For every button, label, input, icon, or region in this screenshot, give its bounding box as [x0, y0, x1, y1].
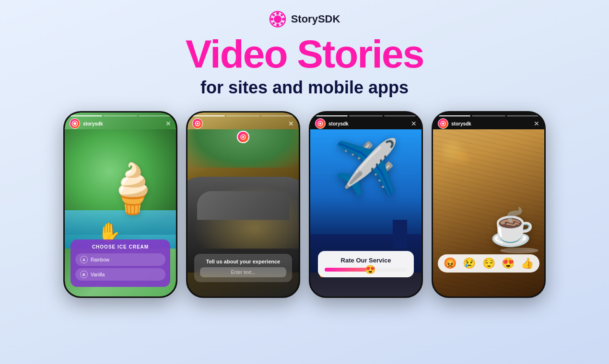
terminal-tower — [393, 220, 407, 249]
emoji-angry[interactable]: 😡 — [444, 258, 457, 269]
text-input-widget: Tell us about your experience Enter text… — [194, 254, 292, 282]
story-name-3: storysdk — [328, 121, 408, 126]
hero-title: Video Stories — [186, 34, 424, 74]
story-avatar-4 — [438, 118, 448, 129]
rate-slider[interactable]: 😍 — [325, 268, 407, 272]
story-bar-3: storysdk ✕ — [315, 118, 417, 129]
svg-point-11 — [73, 122, 76, 125]
quiz-option-a[interactable]: A Rainbow — [75, 253, 165, 266]
ice-cream-visual: 🍦 — [103, 160, 163, 217]
phone-3: ✈️ storysdk ✕ — [309, 111, 423, 298]
story-bar-4: storysdk ✕ — [438, 118, 539, 129]
coffee-cup: ☕ — [490, 206, 535, 249]
airplane-visual: ✈️ — [310, 136, 422, 198]
svg-point-7 — [281, 14, 283, 16]
text-widget-title: Tell us about your experience — [200, 259, 286, 264]
svg-point-8 — [272, 22, 275, 24]
svg-point-1 — [274, 15, 281, 23]
svg-point-6 — [272, 14, 275, 16]
emoji-sad[interactable]: 😢 — [463, 258, 476, 269]
hero-subtitle: for sites and mobile apps — [200, 78, 409, 98]
story-progress-2 — [191, 115, 295, 116]
emoji-neutral[interactable]: 😌 — [482, 258, 495, 269]
svg-point-17 — [319, 123, 321, 125]
slider-emoji: 😍 — [365, 265, 375, 274]
logo-text: StorySDK — [291, 13, 340, 25]
story-bar-2: ✕ — [192, 118, 294, 129]
bokeh-2 — [457, 151, 469, 163]
svg-point-15 — [242, 136, 244, 138]
story-avatar-1 — [70, 118, 80, 129]
slider-track[interactable]: 😍 — [325, 268, 407, 272]
story-avatar-3 — [315, 118, 326, 129]
close-button-1[interactable]: ✕ — [165, 120, 171, 127]
svg-point-19 — [442, 123, 444, 125]
phone-2: ✕ Tell us about your experience Enter te… — [186, 111, 300, 298]
rate-title: Rate Our Service — [325, 257, 407, 264]
logo-icon — [269, 11, 286, 28]
car-hood — [197, 191, 289, 220]
story-name-1: storysdk — [83, 121, 163, 126]
quiz-option-a-letter: A — [80, 256, 88, 263]
svg-point-2 — [276, 12, 279, 15]
phone-4: ☕ storysdk ✕ 😡 � — [432, 111, 546, 298]
slider-fill — [325, 268, 370, 272]
emoji-thumbsup[interactable]: 👍 — [521, 258, 534, 269]
quiz-option-b[interactable]: B Vanilla — [75, 268, 165, 281]
svg-point-4 — [270, 18, 273, 21]
svg-point-5 — [282, 18, 285, 21]
story-progress-4 — [437, 115, 540, 116]
emoji-reaction-bar: 😡 😢 😌 😍 👍 — [438, 254, 539, 273]
quiz-widget: CHOOSE ICE CREAM A Rainbow B Vanilla — [70, 239, 170, 287]
center-logo-2 — [237, 131, 249, 143]
story-name-4: storysdk — [451, 121, 531, 126]
svg-point-9 — [281, 22, 283, 24]
story-avatar-2 — [192, 118, 203, 129]
story-bar-1: storysdk ✕ — [70, 118, 171, 129]
svg-point-13 — [197, 123, 199, 125]
header: StorySDK — [269, 11, 340, 28]
quiz-option-b-letter: B — [80, 271, 88, 278]
rating-widget: Rate Our Service 😍 — [318, 251, 414, 277]
phones-row: 🍦 ✋ storysdk ✕ CHOOSE ICE CREAM — [63, 111, 546, 298]
quiz-option-b-text: Vanilla — [91, 272, 105, 277]
story-progress-1 — [69, 115, 172, 116]
emoji-love[interactable]: 😍 — [502, 258, 515, 269]
close-button-3[interactable]: ✕ — [411, 120, 417, 127]
text-input-field[interactable]: Enter text... — [200, 267, 286, 277]
close-button-4[interactable]: ✕ — [534, 120, 539, 127]
close-button-2[interactable]: ✕ — [288, 120, 294, 127]
phone-1: 🍦 ✋ storysdk ✕ CHOOSE ICE CREAM — [63, 111, 177, 298]
story-progress-3 — [314, 115, 418, 116]
svg-point-3 — [276, 23, 279, 26]
quiz-title: CHOOSE ICE CREAM — [75, 244, 165, 250]
quiz-option-a-text: Rainbow — [91, 257, 109, 262]
